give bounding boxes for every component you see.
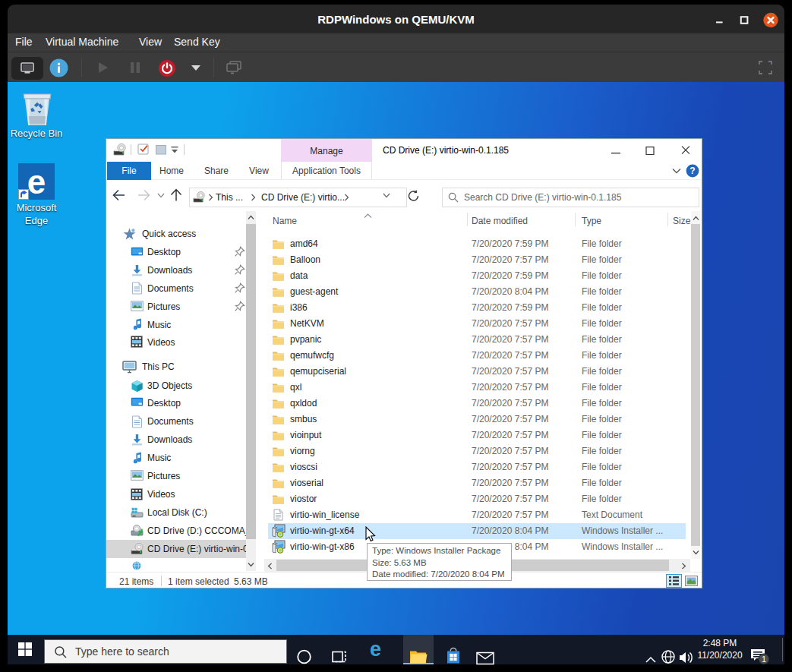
svg-text:1: 1 <box>762 655 766 664</box>
svg-text:?: ? <box>689 166 695 176</box>
